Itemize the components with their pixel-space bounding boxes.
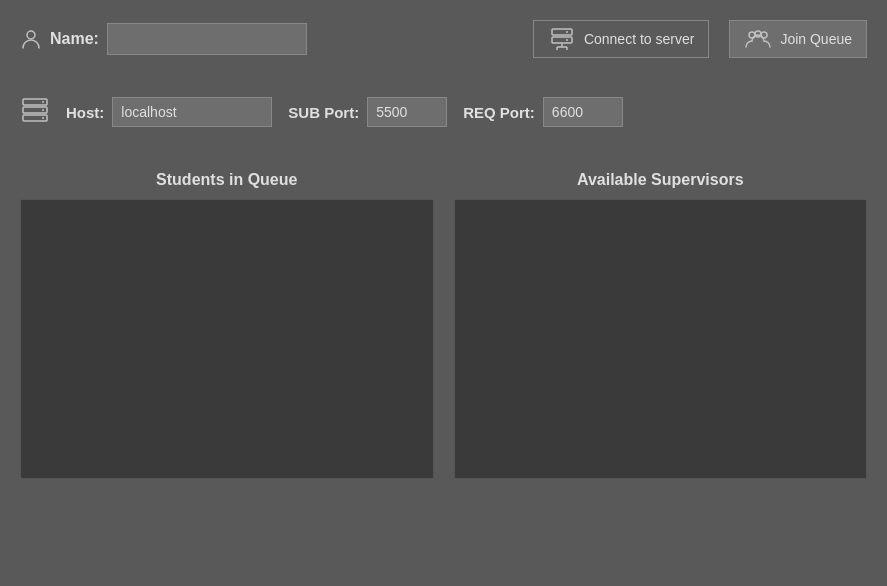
connect-button[interactable]: Connect to server: [533, 20, 710, 58]
sub-port-section: SUB Port:: [288, 97, 447, 127]
queue-icon: [744, 25, 772, 53]
lists-section: Students in Queue Available Supervisors: [0, 151, 887, 499]
req-port-label: REQ Port:: [463, 104, 535, 121]
sub-port-input[interactable]: [367, 97, 447, 127]
supervisors-container: Available Supervisors: [454, 171, 868, 479]
svg-rect-1: [552, 29, 572, 35]
server-icon: [548, 25, 576, 53]
name-section: Name:: [20, 23, 307, 55]
host-label: Host:: [66, 104, 104, 121]
connect-button-label: Connect to server: [584, 31, 695, 47]
svg-point-3: [566, 31, 568, 33]
join-queue-button[interactable]: Join Queue: [729, 20, 867, 58]
host-input[interactable]: [112, 97, 272, 127]
join-queue-button-label: Join Queue: [780, 31, 852, 47]
person-icon: [20, 28, 42, 50]
connection-row: Host: SUB Port: REQ Port:: [0, 83, 887, 141]
name-label: Name:: [50, 30, 99, 48]
students-queue-list: [20, 199, 434, 479]
students-queue-container: Students in Queue: [20, 171, 434, 479]
svg-rect-2: [552, 37, 572, 43]
supervisors-list: [454, 199, 868, 479]
svg-point-16: [42, 109, 44, 111]
svg-point-0: [27, 31, 35, 39]
req-port-section: REQ Port:: [463, 97, 623, 127]
students-queue-title: Students in Queue: [156, 171, 297, 189]
host-section: Host:: [66, 97, 272, 127]
sub-port-label: SUB Port:: [288, 104, 359, 121]
svg-point-15: [42, 101, 44, 103]
svg-point-4: [566, 39, 568, 41]
svg-point-17: [42, 117, 44, 119]
top-bar: Name: Connect to server: [0, 0, 887, 73]
host-icon: [20, 95, 50, 129]
name-input[interactable]: [107, 23, 307, 55]
req-port-input[interactable]: [543, 97, 623, 127]
supervisors-title: Available Supervisors: [577, 171, 744, 189]
